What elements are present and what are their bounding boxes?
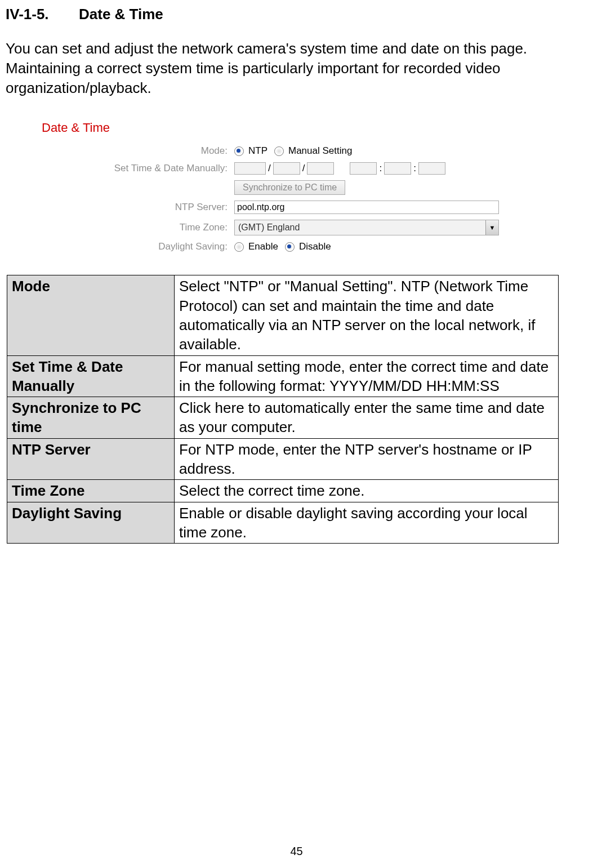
date-time-form: Date & Time Mode: NTP Manual Setting Set…: [42, 121, 532, 252]
date-sep-2: /: [302, 163, 305, 174]
month-input[interactable]: [273, 162, 300, 175]
table-row: Time Zone Select the correct time zone.: [7, 480, 559, 502]
desc-cell: Enable or disable daylight saving accord…: [175, 502, 559, 544]
term-cell: Synchronize to PC time: [7, 397, 175, 439]
section-title: Date & Time: [79, 6, 163, 23]
second-input[interactable]: [418, 162, 445, 175]
term-cell: Set Time & Date Manually: [7, 355, 175, 397]
ntp-label: NTP Server:: [42, 202, 234, 213]
tz-label: Time Zone:: [42, 222, 234, 233]
day-input[interactable]: [307, 162, 334, 175]
manual-label: Set Time & Date Manually:: [42, 163, 234, 174]
ntp-server-input[interactable]: pool.ntp.org: [234, 201, 499, 214]
section-number: IV-1-5.: [6, 6, 79, 23]
table-row: Synchronize to PC time Click here to aut…: [7, 397, 559, 439]
year-input[interactable]: [234, 162, 266, 175]
ntp-server-value: pool.ntp.org: [237, 202, 285, 212]
chevron-down-icon: ▼: [485, 220, 498, 235]
time-sep-2: :: [413, 163, 416, 174]
mode-label: Mode:: [42, 145, 234, 157]
desc-cell: For NTP mode, enter the NTP server's hos…: [175, 438, 559, 480]
desc-cell: Select "NTP" or "Manual Setting". NTP (N…: [175, 275, 559, 355]
date-sep-1: /: [268, 163, 271, 174]
mode-manual-radio[interactable]: [274, 146, 284, 156]
parameter-table: Mode Select "NTP" or "Manual Setting". N…: [7, 275, 559, 544]
minute-input[interactable]: [384, 162, 411, 175]
desc-cell: Click here to automatically enter the sa…: [175, 397, 559, 439]
dst-label: Daylight Saving:: [42, 241, 234, 252]
form-title: Date & Time: [42, 121, 532, 135]
page-number: 45: [0, 845, 593, 858]
timezone-select[interactable]: (GMT) England ▼: [234, 220, 499, 235]
intro-paragraph: You can set and adjust the network camer…: [6, 39, 587, 98]
table-row: Set Time & Date Manually For manual sett…: [7, 355, 559, 397]
term-cell: Mode: [7, 275, 175, 355]
table-row: Daylight Saving Enable or disable daylig…: [7, 502, 559, 544]
term-cell: Daylight Saving: [7, 502, 175, 544]
hour-input[interactable]: [350, 162, 377, 175]
section-heading: IV-1-5.Date & Time: [6, 6, 587, 23]
dst-enable-radio[interactable]: [234, 242, 244, 252]
term-cell: Time Zone: [7, 480, 175, 502]
timezone-value: (GMT) England: [238, 222, 300, 233]
dst-disable-text: Disable: [299, 241, 331, 252]
time-sep-1: :: [379, 163, 382, 174]
mode-manual-text: Manual Setting: [288, 145, 352, 157]
desc-cell: Select the correct time zone.: [175, 480, 559, 502]
dst-disable-radio[interactable]: [285, 242, 295, 252]
desc-cell: For manual setting mode, enter the corre…: [175, 355, 559, 397]
mode-ntp-radio[interactable]: [234, 146, 244, 156]
dst-enable-text: Enable: [248, 241, 278, 252]
mode-ntp-text: NTP: [248, 145, 267, 157]
term-cell: NTP Server: [7, 438, 175, 480]
sync-pc-button[interactable]: Synchronize to PC time: [234, 180, 345, 195]
table-row: NTP Server For NTP mode, enter the NTP s…: [7, 438, 559, 480]
table-row: Mode Select "NTP" or "Manual Setting". N…: [7, 275, 559, 355]
